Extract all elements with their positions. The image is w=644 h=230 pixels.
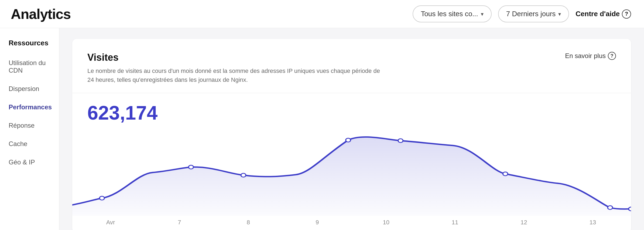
x-label-10: 10 bbox=[378, 219, 394, 226]
svg-point-4 bbox=[398, 139, 403, 143]
metric-value: 623,174 bbox=[87, 93, 616, 129]
chart-area bbox=[72, 129, 631, 216]
x-axis: Avr 7 8 9 10 11 12 13 bbox=[87, 216, 616, 230]
x-label-13: 13 bbox=[585, 219, 601, 226]
x-label-8: 8 bbox=[240, 219, 256, 226]
x-label-12: 12 bbox=[516, 219, 532, 226]
svg-point-5 bbox=[503, 172, 508, 176]
card-header: Visites En savoir plus ? bbox=[87, 52, 616, 63]
svg-point-7 bbox=[629, 207, 631, 211]
card-description: Le nombre de visites au cours d'un mois … bbox=[87, 66, 384, 84]
x-label-7: 7 bbox=[171, 219, 187, 226]
sidebar-item-reponse[interactable]: Réponse bbox=[0, 116, 59, 135]
help-link[interactable]: Centre d'aide ? bbox=[576, 9, 631, 19]
sidebar-item-performances[interactable]: Performances bbox=[0, 98, 59, 116]
sites-dropdown[interactable]: Tous les sites co... ▾ bbox=[413, 5, 491, 22]
header: Analytics Tous les sites co... ▾ 7 Derni… bbox=[0, 0, 644, 28]
svg-point-3 bbox=[346, 138, 351, 142]
svg-point-1 bbox=[189, 165, 193, 169]
card-title: Visites bbox=[87, 52, 118, 63]
svg-point-2 bbox=[241, 173, 246, 177]
chevron-down-icon: ▾ bbox=[558, 11, 561, 17]
visites-card: Visites En savoir plus ? Le nombre de vi… bbox=[72, 39, 631, 230]
period-dropdown[interactable]: 7 Derniers jours ▾ bbox=[498, 5, 569, 22]
chart-svg bbox=[72, 129, 631, 216]
sidebar-item-dispersion[interactable]: Dispersion bbox=[0, 80, 59, 98]
page-title: Analytics bbox=[11, 6, 71, 22]
x-label-avr: Avr bbox=[102, 219, 119, 226]
learn-more-link[interactable]: En savoir plus ? bbox=[565, 52, 616, 60]
sidebar: Ressources Utilisation du CDN Dispersion… bbox=[0, 28, 59, 230]
sidebar-item-cdn[interactable]: Utilisation du CDN bbox=[0, 54, 59, 80]
content: Ressources Utilisation du CDN Dispersion… bbox=[0, 28, 644, 230]
sidebar-item-geo-ip[interactable]: Géo & IP bbox=[0, 153, 59, 171]
chevron-down-icon: ▾ bbox=[481, 11, 484, 17]
help-icon: ? bbox=[622, 9, 631, 19]
x-label-11: 11 bbox=[447, 219, 463, 226]
x-label-9: 9 bbox=[309, 219, 325, 226]
header-controls: Tous les sites co... ▾ 7 Derniers jours … bbox=[413, 5, 631, 22]
main-content: Visites En savoir plus ? Le nombre de vi… bbox=[59, 28, 644, 230]
svg-point-6 bbox=[608, 206, 612, 209]
svg-point-0 bbox=[100, 196, 104, 200]
sidebar-section-title: Ressources bbox=[0, 39, 59, 54]
info-icon: ? bbox=[608, 52, 616, 60]
sidebar-item-cache[interactable]: Cache bbox=[0, 135, 59, 153]
